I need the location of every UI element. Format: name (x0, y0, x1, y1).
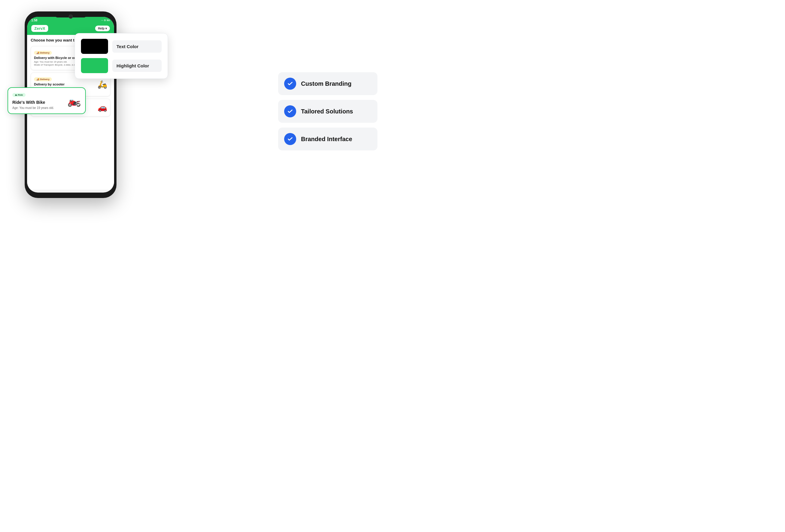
text-color-swatch[interactable] (81, 39, 108, 54)
status-time: 1:58 (31, 19, 37, 22)
text-color-row: Text Color (81, 39, 162, 54)
color-panel: Text Color Highlight Color (75, 33, 168, 79)
card-emoji-car: 🚗 (98, 103, 107, 112)
feature-item-tailored-solutions: Tailored Solutions (278, 100, 377, 123)
status-icons: ··· ⊙ 5G (101, 19, 110, 22)
tag-delivery-scooter: 🚚 Delivery (34, 77, 52, 81)
check-icon-custom-branding (284, 78, 296, 90)
feature-list: Custom Branding Tailored Solutions Brand… (278, 72, 377, 155)
highlight-color-row: Highlight Color (81, 58, 162, 73)
tag-delivery: 🚚 Delivery (34, 51, 52, 55)
highlight-color-swatch[interactable] (81, 58, 108, 73)
check-icon-branded-interface (284, 133, 296, 145)
ride-card-selected[interactable]: 🏍 Ride Ride's With Bike Age: You must be… (7, 87, 86, 114)
highlight-color-label: Highlight Color (112, 59, 162, 72)
phone-camera (69, 15, 73, 19)
text-color-label: Text Color (112, 40, 162, 53)
feature-item-branded-interface: Branded Interface (278, 128, 377, 150)
feature-label-branded-interface: Branded Interface (301, 136, 352, 143)
app-logo: ZervX (31, 25, 48, 32)
help-button[interactable]: Help ▾ (95, 26, 110, 31)
tag-ride: 🏍 Ride (12, 93, 26, 97)
feature-label-custom-branding: Custom Branding (301, 80, 352, 87)
feature-item-custom-branding: Custom Branding (278, 72, 377, 95)
feature-label-tailored-solutions: Tailored Solutions (301, 108, 353, 115)
ride-card-emoji: 🏍️ (68, 95, 81, 107)
card-title-scooter: Delivery by scooter (34, 82, 95, 86)
card-emoji-scooter: 🛵 (98, 80, 107, 89)
check-icon-tailored-solutions (284, 105, 296, 117)
